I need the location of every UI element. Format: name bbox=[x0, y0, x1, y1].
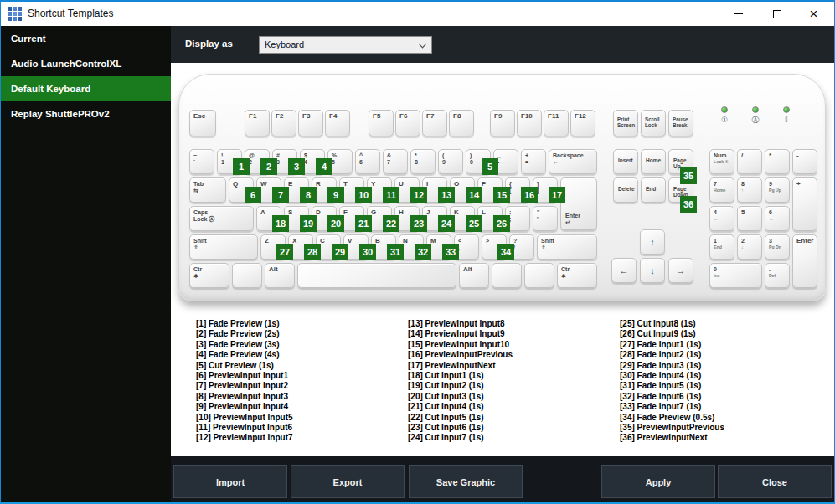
key-numpad-asterisk[interactable]: * bbox=[765, 149, 790, 174]
key-numpad-slash[interactable]: / bbox=[737, 149, 762, 174]
key-sublabel: 6 bbox=[359, 159, 379, 166]
key-pause-break[interactable]: PauseBreak bbox=[668, 110, 693, 136]
save-graphic-button[interactable]: Save Graphic bbox=[409, 465, 523, 498]
key-8[interactable]: *8 bbox=[410, 149, 436, 174]
key-sublabel: / bbox=[513, 244, 533, 251]
key-numpad-decimal[interactable]: .Del bbox=[765, 263, 790, 288]
key-numpad-2[interactable]: 2↓ bbox=[737, 234, 762, 260]
sidebar-item-current[interactable]: Current bbox=[1, 26, 171, 51]
key-backspace[interactable]: Backspace← bbox=[549, 149, 597, 174]
key-a[interactable]: A18 bbox=[256, 206, 281, 231]
shortcut-badge-5: 5 bbox=[482, 158, 498, 175]
sidebar-item-audio-launchcontrolxl[interactable]: Audio LaunchControlXL bbox=[1, 51, 171, 76]
key-enter[interactable]: Enter↵ bbox=[560, 177, 597, 230]
import-button[interactable]: Import bbox=[173, 465, 287, 498]
key-shift[interactable]: Shift⇧ bbox=[189, 234, 258, 260]
key-f2[interactable]: F2 bbox=[271, 110, 296, 136]
key-f7[interactable]: F7 bbox=[422, 110, 447, 136]
key-shift-right[interactable]: Shift⇧ bbox=[537, 234, 597, 260]
key-sublabel: ↵ bbox=[565, 219, 580, 226]
key-label: Delete bbox=[618, 186, 637, 192]
minimize-button[interactable] bbox=[719, 2, 757, 26]
key-numpad-4[interactable]: 4← bbox=[709, 206, 734, 231]
sidebar-item-replay-shuttleprov2[interactable]: Replay ShuttlePROv2 bbox=[1, 101, 171, 126]
display-as-dropdown[interactable]: Keyboard bbox=[259, 36, 432, 54]
key-insert[interactable]: Insert bbox=[613, 149, 638, 174]
key-0[interactable]: )05 bbox=[466, 149, 491, 174]
key-numpad-7[interactable]: 7Home bbox=[709, 177, 734, 203]
key-numpad-0[interactable]: 0Ins bbox=[709, 263, 762, 288]
key-period[interactable]: >.34 bbox=[482, 234, 507, 260]
key-f1[interactable]: F1 bbox=[245, 110, 270, 136]
key-numpad-enter[interactable]: Enter bbox=[792, 234, 817, 288]
key-blank-left[interactable] bbox=[232, 263, 262, 288]
key-quote[interactable]: "' bbox=[533, 206, 558, 231]
key-blank-right-2[interactable] bbox=[524, 263, 554, 288]
close-button[interactable]: Close bbox=[718, 465, 832, 498]
key-alt-right[interactable]: Alt bbox=[459, 263, 489, 288]
key-num-lock[interactable]: NumLock ① bbox=[709, 149, 734, 174]
window-close-button[interactable]: × bbox=[795, 2, 832, 26]
key-caps-lock[interactable]: CapsLock Ⓐ bbox=[189, 206, 254, 231]
key-home[interactable]: Home bbox=[641, 149, 666, 174]
key-numpad-minus[interactable]: - bbox=[792, 149, 817, 174]
legend-item: [34] Fade Preview (0.5s) bbox=[620, 413, 829, 423]
key-arrow-up[interactable]: ↑ bbox=[640, 229, 665, 255]
key-numpad-5[interactable]: 5 bbox=[737, 206, 762, 231]
key-6[interactable]: ^6 bbox=[355, 149, 380, 174]
key-label: F6 bbox=[399, 113, 420, 120]
key-arrow-right[interactable]: → bbox=[668, 258, 693, 283]
key-numpad-1[interactable]: 1End bbox=[709, 234, 734, 260]
key-numpad-3[interactable]: 3Pg Dn bbox=[765, 234, 790, 260]
key-z[interactable]: Z27 bbox=[260, 234, 286, 260]
key-f3[interactable]: F3 bbox=[298, 110, 323, 136]
key-f12[interactable]: F12 bbox=[570, 110, 595, 136]
key-f4[interactable]: F4 bbox=[325, 110, 350, 136]
key-esc[interactable]: Esc bbox=[189, 110, 216, 136]
export-button[interactable]: Export bbox=[291, 465, 405, 498]
key-arrow-left[interactable]: ← bbox=[611, 258, 637, 283]
key-space[interactable] bbox=[297, 263, 456, 288]
key-9[interactable]: (9 bbox=[438, 149, 463, 174]
key-f5[interactable]: F5 bbox=[369, 110, 394, 136]
key-label: Enter bbox=[796, 238, 817, 244]
key-sublabel: ` bbox=[193, 159, 214, 166]
key-f9[interactable]: F9 bbox=[490, 110, 515, 136]
key-alt-left[interactable]: Alt bbox=[265, 263, 295, 288]
key-label: 8 bbox=[741, 181, 761, 188]
shortcut-badge-6: 6 bbox=[245, 187, 261, 203]
key-f11[interactable]: F11 bbox=[544, 110, 569, 136]
key-backtick[interactable]: ~` bbox=[189, 149, 214, 174]
key-sublabel: ⇧ bbox=[541, 244, 596, 251]
key-numpad-plus[interactable]: + bbox=[792, 177, 817, 231]
key-numpad-9[interactable]: 9Pg Up bbox=[765, 177, 790, 203]
key-7[interactable]: &7 bbox=[383, 149, 408, 174]
key-end[interactable]: End bbox=[641, 177, 666, 203]
key-numpad-8[interactable]: 8↑ bbox=[737, 177, 762, 203]
key-ctrl-left[interactable]: Ctr✱ bbox=[189, 263, 229, 288]
key-page-up[interactable]: PageUp35 bbox=[668, 149, 693, 174]
key-f10[interactable]: F10 bbox=[517, 110, 542, 136]
legend-item: [7] PreviewInput Input2 bbox=[196, 381, 405, 391]
apply-button[interactable]: Apply bbox=[601, 465, 715, 498]
key-equals[interactable]: += bbox=[521, 149, 546, 174]
maximize-button[interactable] bbox=[758, 2, 796, 26]
key-q[interactable]: Q6 bbox=[229, 177, 254, 203]
key-f8[interactable]: F8 bbox=[449, 110, 474, 136]
key-delete[interactable]: Delete bbox=[613, 177, 638, 203]
shortcut-badge-1: 1 bbox=[233, 158, 250, 175]
key-f6[interactable]: F6 bbox=[395, 110, 420, 136]
key-1[interactable]: !11 bbox=[217, 149, 242, 174]
key-blank-right-1[interactable] bbox=[492, 263, 522, 288]
legend-item: [19] Cut Input2 (1s) bbox=[408, 381, 617, 391]
key-scroll-lock[interactable]: ScrollLock bbox=[641, 110, 666, 136]
key-numpad-6[interactable]: 6→ bbox=[765, 206, 790, 231]
led-icon: ① bbox=[714, 116, 735, 124]
key-print-screen[interactable]: PrintScreen bbox=[613, 110, 638, 136]
sidebar-item-default-keyboard[interactable]: Default Keyboard bbox=[1, 76, 171, 101]
shortcut-badge-32: 32 bbox=[415, 244, 431, 260]
minimize-icon bbox=[734, 13, 743, 14]
key-arrow-down[interactable]: ↓ bbox=[640, 258, 665, 283]
key-tab[interactable]: Tab⇆ bbox=[189, 177, 226, 203]
key-ctrl-right[interactable]: Ctr✱ bbox=[557, 263, 597, 288]
